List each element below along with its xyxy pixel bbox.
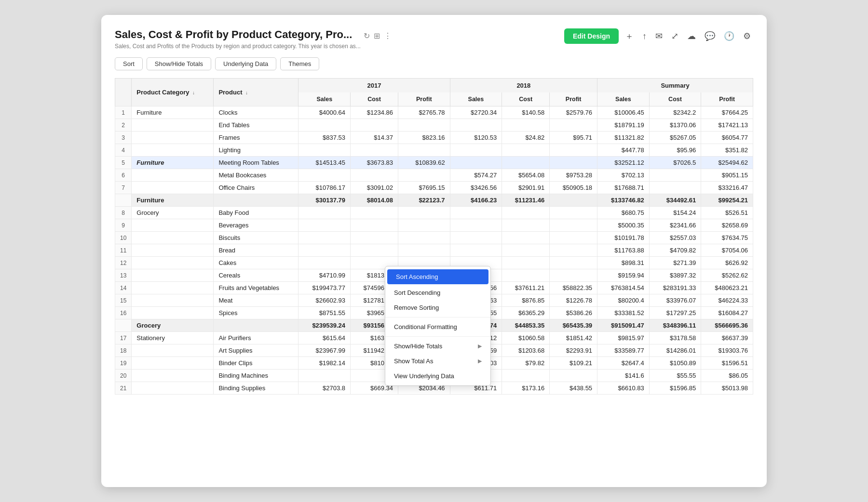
data-cell: $11763.88 xyxy=(597,244,650,257)
product-cell: Office Chairs xyxy=(214,182,298,194)
category-cell xyxy=(132,219,214,232)
data-cell: $32521.12 xyxy=(597,157,650,169)
themes-button[interactable]: Themes xyxy=(280,57,319,70)
data-cell: $17421.13 xyxy=(701,119,753,132)
submenu-arrow-icon: ▶ xyxy=(478,358,482,364)
data-cell: $19303.76 xyxy=(701,344,753,357)
row-num-cell: 11 xyxy=(115,244,132,257)
data-cell: $2703.8 xyxy=(298,382,351,395)
data-cell: $615.64 xyxy=(298,332,351,344)
group-header-row: Product Category ↓ Product ↓ 2017 2018 S… xyxy=(115,79,753,93)
table-row: 7Office Chairs$10786.17$3091.02$7695.15$… xyxy=(115,182,753,194)
data-cell: $526.51 xyxy=(701,207,753,219)
context-menu-item[interactable]: Sort Descending xyxy=(385,285,490,300)
context-menu-item[interactable]: Sort Ascending xyxy=(387,269,488,284)
data-cell: $1370.06 xyxy=(649,119,701,132)
sort-button[interactable]: Sort xyxy=(115,57,143,70)
context-menu-item[interactable]: View Underlying Data xyxy=(385,369,490,383)
data-cell: $876.85 xyxy=(502,294,550,307)
data-cell: $1203.68 xyxy=(502,344,550,357)
header-subtitle: Sales, Cost and Profits of the Products … xyxy=(115,43,564,50)
data-cell: $154.24 xyxy=(649,207,701,219)
data-cell xyxy=(351,169,398,182)
category-cell: Grocery xyxy=(132,319,214,332)
underlying-data-button[interactable]: Underlying Data xyxy=(215,57,276,70)
refresh-icon[interactable]: ↻ xyxy=(364,31,370,40)
data-cell: $6054.77 xyxy=(701,132,753,144)
category-cell xyxy=(132,344,214,357)
data-cell: $6637.39 xyxy=(701,332,753,344)
product-cell: Spices xyxy=(214,307,298,319)
show-hide-totals-button[interactable]: Show/Hide Totals xyxy=(147,57,211,70)
data-cell: $4000.64 xyxy=(298,106,351,119)
data-cell: $2557.03 xyxy=(649,232,701,244)
row-num-cell xyxy=(115,319,132,332)
data-cell: $65435.39 xyxy=(550,319,597,332)
data-cell xyxy=(351,219,398,232)
category-cell xyxy=(132,169,214,182)
col-sales-2018: Sales xyxy=(450,92,502,106)
product-cell: Cakes xyxy=(214,257,298,269)
data-cell: $95.71 xyxy=(550,132,597,144)
more-icon[interactable]: ⋮ xyxy=(384,31,392,40)
table-row: 2End Tables$18791.19$1370.06$17421.13 xyxy=(115,119,753,132)
product-cell: Lighting xyxy=(214,144,298,157)
context-menu: Sort AscendingSort DescendingRemove Sort… xyxy=(385,266,491,386)
data-cell: $4166.23 xyxy=(450,194,502,207)
plus-icon[interactable]: ＋ xyxy=(623,28,636,44)
data-cell xyxy=(298,169,351,182)
data-cell: $44853.35 xyxy=(502,319,550,332)
context-menu-item[interactable]: Show/Hide Totals▶ xyxy=(385,339,490,354)
edit-design-button[interactable]: Edit Design xyxy=(564,28,619,44)
export-icon[interactable]: ↑ xyxy=(640,29,649,43)
main-card: Sales, Cost & Profit by Product Category… xyxy=(101,15,767,487)
product-cell: Meeting Room Tables xyxy=(214,157,298,169)
data-cell: $37611.21 xyxy=(502,282,550,294)
context-menu-item-label: Sort Ascending xyxy=(396,273,438,280)
share-icon[interactable]: ⤢ xyxy=(669,29,681,43)
row-num-cell: 16 xyxy=(115,307,132,319)
category-cell xyxy=(132,232,214,244)
table-icon[interactable]: ⊞ xyxy=(374,31,380,40)
data-cell xyxy=(550,207,597,219)
data-cell xyxy=(450,119,502,132)
data-cell xyxy=(450,244,502,257)
clock-icon[interactable]: 🕐 xyxy=(721,29,737,43)
data-cell xyxy=(550,144,597,157)
data-cell xyxy=(298,257,351,269)
table-row: 11Bread$11763.88$4709.82$7054.06 xyxy=(115,244,753,257)
data-cell: $1060.58 xyxy=(502,332,550,344)
product-cell: Air Purifiers xyxy=(214,332,298,344)
row-num-cell: 9 xyxy=(115,219,132,232)
context-menu-item[interactable]: Conditional Formatting xyxy=(385,319,490,334)
comment-icon[interactable]: 💬 xyxy=(702,29,718,43)
settings-icon[interactable]: ⚙ xyxy=(741,29,753,43)
data-cell: $3091.02 xyxy=(351,182,398,194)
email-icon[interactable]: ✉ xyxy=(653,29,665,43)
data-cell: $3897.32 xyxy=(649,269,701,282)
data-cell xyxy=(351,244,398,257)
context-menu-item[interactable]: Show Total As▶ xyxy=(385,354,490,369)
data-cell: $2341.66 xyxy=(649,219,701,232)
data-cell: $680.75 xyxy=(597,207,650,219)
row-num-cell: 18 xyxy=(115,344,132,357)
data-cell: $898.31 xyxy=(597,257,650,269)
category-cell xyxy=(132,307,214,319)
cloud-icon[interactable]: ☁ xyxy=(685,29,698,43)
data-cell: $34492.61 xyxy=(649,194,701,207)
col-sales-2017: Sales xyxy=(298,92,351,106)
data-cell: $4709.82 xyxy=(649,244,701,257)
data-cell: $33589.77 xyxy=(597,344,650,357)
data-cell: $5013.98 xyxy=(701,382,753,395)
category-cell xyxy=(132,182,214,194)
row-num-cell: 3 xyxy=(115,132,132,144)
row-num-cell: 8 xyxy=(115,207,132,219)
data-cell xyxy=(298,370,351,382)
data-cell xyxy=(298,244,351,257)
context-menu-item[interactable]: Remove Sorting xyxy=(385,300,490,315)
data-cell xyxy=(550,232,597,244)
page-title: Sales, Cost & Profit by Product Category… xyxy=(115,28,352,41)
data-cell: $17297.25 xyxy=(649,307,701,319)
product-cell: Beverages xyxy=(214,219,298,232)
data-cell: $9051.15 xyxy=(701,169,753,182)
